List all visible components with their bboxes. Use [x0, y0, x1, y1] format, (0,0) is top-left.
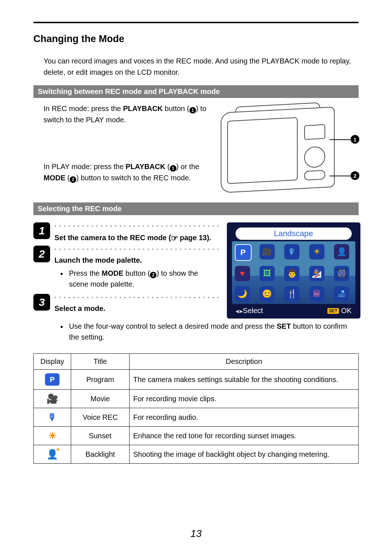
palette-backlight-icon: 👤	[334, 244, 349, 259]
switching-block: In REC mode: press the PLAYBACK button (…	[33, 103, 359, 197]
cell-display: 🎙	[34, 408, 71, 427]
cell-title: Movie	[71, 390, 130, 408]
hand-pointer-icon: ☞	[171, 232, 178, 244]
palette-ok-label: OK	[341, 307, 352, 315]
palette-grid: P 🎥 🎙 ☀ 👤 ♥ 🖼 👨 🏂 🎆 🌙 😊 🍴 🏛 🏖	[235, 244, 352, 301]
mode-palette-screen: Landscape P 🎥 🎙 ☀ 👤 ♥ 🖼 👨 🏂 🎆 🌙 😊 🍴 🏛 🏖	[227, 222, 360, 319]
callout-inline-2: 2	[70, 176, 76, 183]
backlight-icon: 👤	[46, 449, 59, 460]
movie-icon: 🎥	[46, 393, 59, 404]
step-3: 3 • • • • • • • • • • • • • • • • • • • …	[33, 294, 220, 314]
manual-page: Changing the Mode You can record images …	[0, 0, 392, 554]
palette-select-label: Select	[236, 307, 263, 315]
program-icon: P	[45, 373, 60, 386]
palette-sport-icon: 🏂	[309, 266, 324, 281]
sunset-icon: ☀	[46, 430, 59, 441]
step-2: 2 • • • • • • • • • • • • • • • • • • • …	[33, 246, 220, 292]
switching-text: In REC mode: press the PLAYBACK button (…	[33, 103, 213, 190]
step-badge-1: 1	[33, 222, 50, 239]
callout-inline-1: 1	[189, 107, 196, 114]
text-frag: button (	[163, 104, 189, 112]
palette-snow-icon: 🏖	[334, 286, 349, 301]
text-frag: Press the	[69, 269, 102, 277]
text-frag: (	[65, 174, 70, 182]
mode-label: MODE	[44, 174, 65, 182]
step-1: 1 • • • • • • • • • • • • • • • • • • • …	[33, 222, 220, 243]
text-frag: (	[165, 163, 170, 171]
cell-title: Sunset	[71, 427, 130, 445]
step-2-bullet: Press the MODE button (2) to show the sc…	[54, 268, 220, 290]
dotted-rule: • • • • • • • • • • • • • • • • • • • • …	[54, 222, 220, 230]
text-frag: ) or the	[176, 163, 199, 171]
subheader-switching: Switching between REC mode and PLAYBACK …	[33, 85, 359, 98]
cell-display: P	[34, 370, 71, 390]
palette-program-icon: P	[235, 244, 252, 261]
palette-landscape-icon: 🖼	[260, 266, 275, 281]
palette-night-icon: 🌙	[235, 286, 250, 301]
steps-block: 1 • • • • • • • • • • • • • • • • • • • …	[33, 222, 359, 319]
palette-title-pill: Landscape	[236, 227, 352, 240]
cell-title: Backlight	[71, 445, 130, 464]
palette-food-icon: 🍴	[284, 286, 299, 301]
th-display: Display	[34, 354, 71, 370]
th-description: Description	[130, 354, 359, 370]
step-1-body: • • • • • • • • • • • • • • • • • • • • …	[54, 222, 220, 243]
step-3-bullet: Use the four-way control to select a des…	[54, 321, 359, 342]
cell-title: Program	[71, 370, 130, 390]
palette-voice-icon: 🎙	[284, 244, 299, 259]
palette-fireworks-icon: 🎆	[334, 266, 349, 281]
cell-desc: For recording audio.	[130, 408, 359, 427]
text-frag: In PLAY mode: press the	[44, 163, 126, 171]
text-frag: ) button to switch to the REC mode.	[76, 174, 191, 182]
camera-screen-icon	[227, 117, 298, 184]
cell-desc: For recording movie clips.	[130, 390, 359, 408]
table-header-row: Display Title Description	[34, 354, 359, 370]
th-title: Title	[71, 354, 130, 370]
section-title: Changing the Mode	[33, 33, 359, 45]
mode-label: MODE	[102, 269, 123, 277]
text-frag: button (	[123, 269, 150, 277]
step-3-body: • • • • • • • • • • • • • • • • • • • • …	[54, 294, 220, 314]
steps-left-column: 1 • • • • • • • • • • • • • • • • • • • …	[33, 222, 220, 316]
palette-ok-group: SETOK	[327, 307, 351, 315]
leader-line-1	[330, 139, 351, 140]
callout-inline-1: 1	[170, 165, 176, 172]
table-row: 🎥 Movie For recording movie clips.	[34, 390, 359, 408]
set-badge-icon: SET	[327, 308, 339, 314]
callout-1: 1	[351, 135, 359, 144]
callout-inline-2: 2	[150, 272, 156, 278]
camera-illustration: 1 2	[221, 103, 359, 197]
microphone-icon: 🎙	[46, 412, 59, 423]
cell-desc: Shooting the image of backlight object b…	[130, 445, 359, 464]
cell-display: ☀	[34, 427, 71, 445]
page-ref: ☞page 13).	[171, 231, 211, 243]
cell-display: 👤	[34, 445, 71, 464]
table-row: 👤 Backlight Shooting the image of backli…	[34, 445, 359, 464]
page-number: 13	[0, 528, 392, 539]
playback-label: PLAYBACK	[126, 163, 165, 171]
callout-2: 2	[351, 171, 359, 180]
palette-portrait-icon: 👨	[284, 266, 299, 281]
palette-movie-icon: 🎥	[260, 244, 275, 259]
step-badge-2: 2	[33, 246, 50, 262]
dotted-rule: • • • • • • • • • • • • • • • • • • • • …	[54, 246, 220, 253]
cell-desc: Enhance the red tone for recording sunse…	[130, 427, 359, 445]
cell-display: 🎥	[34, 390, 71, 408]
palette-footer: Select SETOK	[232, 304, 355, 315]
table-row: P Program The camera makes settings suit…	[34, 370, 359, 390]
text-frag: In REC mode: press the	[44, 104, 123, 112]
top-rule	[33, 22, 359, 23]
page-ref-text: page 13).	[180, 232, 211, 243]
step-2-title: Launch the mode palette.	[54, 256, 142, 264]
camera-mode-button-icon	[304, 170, 325, 180]
palette-sunset-icon: ☀	[309, 244, 324, 259]
camera-playback-button-icon	[304, 124, 325, 140]
playback-label: PLAYBACK	[123, 104, 163, 112]
step-1-title: Set the camera to the REC mode (	[54, 234, 171, 242]
dotted-rule: • • • • • • • • • • • • • • • • • • • • …	[54, 294, 220, 301]
palette-qshot-icon: ♥	[235, 266, 250, 281]
cell-title: Voice REC	[71, 408, 130, 427]
table-row: ☀ Sunset Enhance the red tone for record…	[34, 427, 359, 445]
leader-line-2	[330, 176, 351, 176]
palette-kids-icon: 😊	[260, 286, 275, 301]
